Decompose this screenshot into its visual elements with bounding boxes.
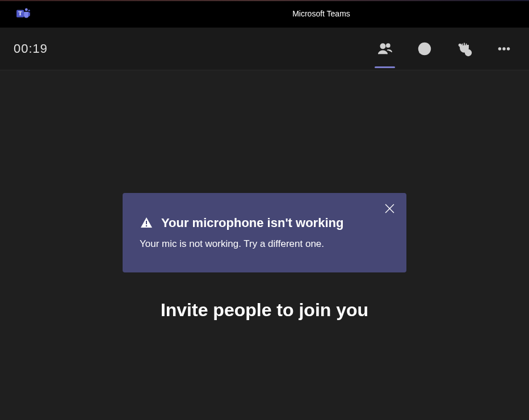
svg-point-5 [387,44,390,47]
svg-point-14 [507,48,509,50]
people-button[interactable] [373,37,396,60]
active-tab-indicator [375,66,395,68]
svg-point-18 [146,225,148,226]
alert-body: Your mic is not working. Try a different… [140,238,389,250]
title-bar-accent [0,0,529,1]
svg-text:T: T [18,10,22,16]
teams-logo-icon: T [16,6,31,21]
call-toolbar: 00:19 [0,28,529,70]
warning-icon [140,216,153,230]
svg-point-2 [25,9,28,11]
svg-point-12 [498,48,501,50]
alert-title: Your microphone isn't working [161,216,343,230]
alert-header: Your microphone isn't working [140,216,389,230]
more-button[interactable] [493,37,515,60]
call-main-area: Your microphone isn't working Your mic i… [0,70,529,420]
app-title: Microsoft Teams [292,9,350,18]
svg-rect-17 [146,221,147,224]
call-timer: 00:19 [14,41,48,56]
alert-close-button[interactable] [383,202,396,216]
toolbar-buttons [373,37,515,60]
svg-point-3 [28,10,30,11]
title-bar: T Microsoft Teams [0,0,529,28]
svg-point-4 [380,44,385,48]
svg-point-13 [503,48,505,50]
svg-point-11 [469,52,469,52]
svg-point-10 [467,52,468,52]
microphone-alert: Your microphone isn't working Your mic i… [123,193,406,272]
invite-heading: Invite people to join you [161,300,368,321]
svg-point-9 [465,50,472,56]
chat-button[interactable] [413,37,436,60]
reactions-button[interactable] [453,37,476,60]
